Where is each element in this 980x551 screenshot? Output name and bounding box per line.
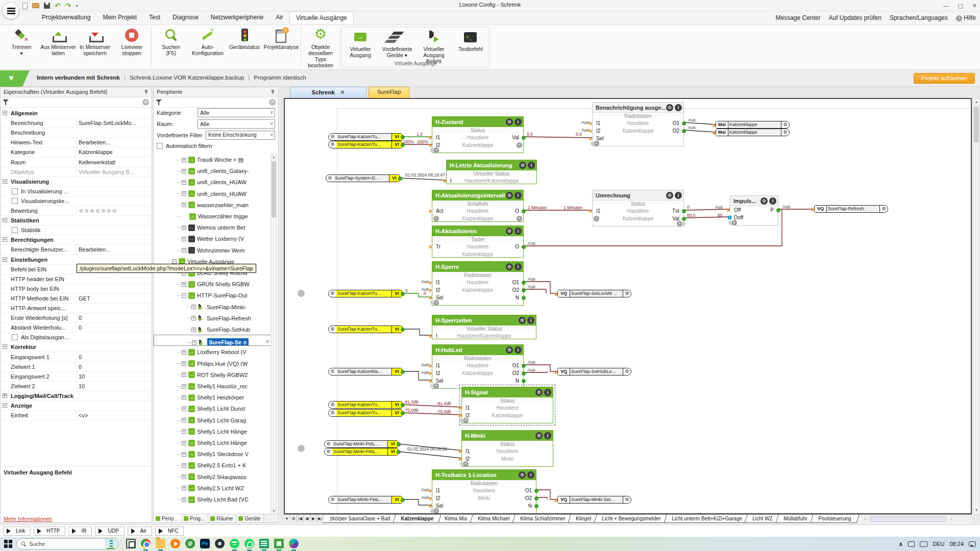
task-view-icon[interactable] [126,539,136,548]
expand-icon[interactable]: + [182,282,186,287]
wire[interactable] [524,289,546,293]
virtual-input-connector-sureflap-katzentu-[interactable]: ⚙SureFlap-KatzenTu...VI [328,133,402,141]
toolbar-button-trennen[interactable]: ✕Trennen ▾ [3,25,40,56]
info-icon[interactable]: i [514,118,522,126]
property-value[interactable]: SureFlap-SetLockMo... [76,118,152,128]
output-port[interactable] [522,136,526,140]
gear-icon[interactable]: ⚙ [519,317,526,324]
wire[interactable] [684,209,730,210]
colorful-app-icon[interactable] [289,539,299,548]
property-value[interactable]: Bearbeiten... [76,245,152,254]
redo-icon[interactable]: ↷ [65,2,71,9]
output-port[interactable] [522,281,526,285]
output-port[interactable] [401,328,405,332]
add-input-icon[interactable]: + [731,220,737,226]
tree-item-unifi-clients-galaxy-[interactable]: +→unifi_clients_Galaxy- [154,165,271,176]
tree-item-wohnzimmer-wem[interactable]: +→Wohnzimmer Wem [154,244,271,256]
property-group-berechtigungen[interactable]: −Berechtigungen [1,235,152,245]
info-icon[interactable]: i [675,192,682,199]
output-port[interactable] [401,292,405,296]
page-tab-müllabfuhr[interactable]: Müllabfuhr [775,515,815,523]
add-input-icon[interactable]: + [433,508,439,514]
quick-access-dropdown-icon[interactable]: ▾ [76,4,78,8]
gear-icon[interactable]: ⚙ [535,389,543,396]
output-port[interactable] [682,217,686,221]
page-tab-partial[interactable]: zkörper SaunaOase + Bad [322,515,398,523]
menu-item-projektverwaltung[interactable]: Projektverwaltung [36,11,96,23]
input-port[interactable] [713,131,718,135]
virtual-output-connector-sureflap-minki-set-[interactable]: VQSureFlap-Minki-Set...⚙ [557,496,631,504]
expand-icon[interactable]: + [182,452,186,457]
toolbar-button-aus-miniserver[interactable]: Aus Miniserver laden [40,25,77,56]
page-tab-licht-unterm-bett-kizi-garage[interactable]: Licht unterm Bett+KiZi+Garage [664,515,750,523]
gear-icon[interactable]: ⚙ [329,290,336,297]
virtual-input-connector-sureflap-system-d-[interactable]: ⚙SureFlap-System-D...VI [326,174,400,182]
virtual-input-connector-sureflap-katzentu-[interactable]: ⚙SureFlap-KatzenTu...VI [328,141,402,148]
tree-item-philips-hue-vq-w[interactable]: +→Philips Hue (VQ) (W [154,358,271,369]
property-value[interactable]: 0 [76,353,152,362]
tree-item-sureflap-refresh[interactable]: +SureFlap-Refresh [154,312,271,323]
expand-icon[interactable]: + [182,226,186,230]
input-port[interactable] [728,216,731,219]
property-group-einstellungen[interactable]: −Einstellungen [1,255,152,265]
project-cleanup-button[interactable]: Projekt aufräumen [914,73,975,84]
start-button[interactable] [4,540,12,548]
close-button[interactable]: ✕ [972,3,977,9]
virtual-input-connector-sureflap-katzentu-[interactable]: ⚙SureFlap-KatzenTu...VI [328,325,402,333]
tree-item-shelly1-haustür-rec[interactable]: +→Shelly1 Haustür_rec [154,380,271,391]
input-port[interactable] [429,334,434,338]
program-canvas[interactable]: 1.0100%100%0.00.0AusAus01.02.2024 06:10:… [284,98,972,514]
output-port[interactable] [522,364,526,368]
function-block-h-minki[interactable]: H-Minki⚙iStatusHaustiereI1MinkiI2+ [461,430,553,467]
output-port[interactable] [534,504,538,508]
property-value[interactable]: GET [76,294,152,303]
expand-icon[interactable]: + [182,429,186,434]
menu-item-auf-updates-pr-fen[interactable]: Auf Updates prüfen [828,14,881,21]
tray-input-icon[interactable] [920,541,927,547]
spreadsheet-icon[interactable] [259,539,269,548]
input-port[interactable] [713,123,718,128]
toolbar-button-in-miniserver[interactable]: In Miniserver speichern [77,25,113,56]
dark-app-icon[interactable] [215,539,225,548]
protocol-tab-http[interactable]: HTTP [34,527,65,536]
gear-icon[interactable]: ⚙ [506,118,513,126]
tree-item-shelly-licht-bad-vc[interactable]: +→Shelly Licht Bad (VC [154,493,271,505]
room-filter-select[interactable]: Alle [198,119,275,129]
gear-icon[interactable]: ⚙ [506,192,513,199]
input-port[interactable] [429,496,434,500]
expand-icon[interactable]: + [182,361,186,366]
page-tab-katzenklappe[interactable]: Katzenklappe [393,515,442,523]
photoshop-icon[interactable]: Ps [200,539,210,548]
virtual-output-connector-katzenklappe[interactable]: MaiKatzenklappe⚙ [716,129,790,136]
tree-item-shelly1-licht-hänge[interactable]: +→Shelly1 Licht Hänge [154,425,271,437]
virtual-input-connector-sureflap-minki-petl-[interactable]: ⚙SureFlap-Minki-PetL...VI [328,496,402,504]
protocol-tab-link[interactable]: Link [3,527,31,536]
output-port[interactable] [401,135,405,139]
info-icon[interactable]: i [514,263,522,270]
menu-item-air[interactable]: Air [270,11,289,23]
gear-icon[interactable]: ⚙ [506,228,513,235]
input-port[interactable] [429,371,434,375]
output-port[interactable] [401,411,405,415]
gear-icon[interactable]: ⚙ [519,162,526,169]
tree-item-unifi-clients-huaw[interactable]: +→unifi_clients_HUAW [154,188,271,199]
property-group-allgemein[interactable]: −Allgemein [1,109,152,118]
tree-item-wetter-loxberry-v[interactable]: +→Wetter Loxberry (V [154,233,271,244]
expand-icon[interactable]: + [182,407,186,411]
expand-icon[interactable]: + [182,463,186,468]
menu-item-message-center[interactable]: Message Center [775,14,820,21]
add-input-icon[interactable]: + [463,418,469,423]
spotify-icon[interactable] [230,539,239,548]
tree-item-wasserzähler-trigge[interactable]: →Wasserzähler trigge [154,210,271,221]
input-port[interactable] [429,281,434,285]
tree-item-grün-shelly-rgbw[interactable]: +→GRÜN Shelly RGBW [154,278,271,289]
tree-item-shelly2.5-licht-wz[interactable]: +→Shelly2.5 Licht WZ [154,482,271,493]
tree-item-shelly1-steckdose-v[interactable]: +→Shelly1 Steckdose V [154,448,271,459]
function-block-h-letzte-aktualisierung[interactable]: H-Letzte Aktualisierung⚙iVirtueller Stat… [446,160,537,184]
gear-icon[interactable]: ⚙ [781,129,789,136]
tray-window-icon[interactable] [908,541,915,547]
function-block-impuls[interactable]: Impuls...⚙iOffPDoff+ [730,195,778,226]
scroll-track[interactable] [870,516,946,522]
protocol-tab-ir[interactable]: IR [68,527,92,536]
toolbar-button-virtueller[interactable]: Virtueller Ausgang [342,27,379,58]
